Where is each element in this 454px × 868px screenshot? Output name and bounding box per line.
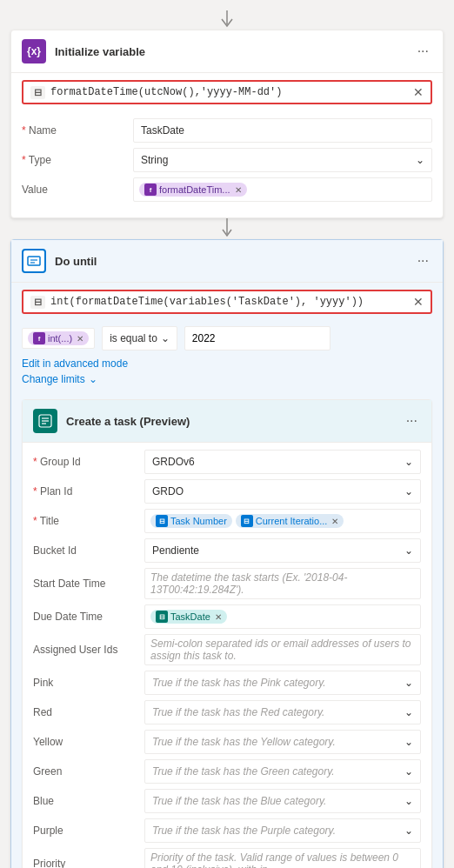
do-until-title: Do until	[55, 255, 405, 268]
group-id-label: Group Id	[33, 456, 137, 468]
init-var-actions: ···	[414, 42, 432, 61]
init-var-name-input[interactable]	[133, 118, 432, 143]
start-dt-field[interactable]: The datetime the task starts (Ex. '2018-…	[144, 568, 421, 599]
bucket-id-label: Bucket Id	[33, 544, 137, 557]
init-var-value-token-field[interactable]: f formatDateTim... ✕	[133, 177, 432, 202]
chevron-down-icon: ⌄	[416, 154, 424, 166]
do-until-dots[interactable]: ···	[414, 251, 432, 270]
init-var-name-row: Name	[22, 118, 432, 143]
bucket-id-dropdown[interactable]: Pendiente ⌄	[144, 538, 421, 563]
yellow-dropdown[interactable]: True if the task has the Yellow category…	[144, 730, 421, 754]
blue-chevron: ⌄	[404, 795, 413, 807]
do-until-token: f int(...) ✕	[28, 331, 89, 345]
expr-icon: ⊟	[30, 86, 45, 99]
create-task-icon	[33, 409, 57, 433]
pink-dropdown[interactable]: True if the task has the Pink category. …	[144, 671, 421, 695]
priority-field[interactable]: Priority of the task. Valid range of val…	[144, 848, 421, 868]
group-id-chevron: ⌄	[404, 456, 413, 468]
pink-row: Pink True if the task has the Pink categ…	[33, 671, 421, 695]
svg-rect-1	[28, 257, 40, 265]
do-until-value-input[interactable]	[184, 326, 330, 351]
blue-row: Blue True if the task has the Blue categ…	[33, 789, 421, 813]
due-dt-token-close[interactable]: ✕	[215, 612, 222, 622]
green-placeholder: True if the task has the Green category.	[152, 765, 335, 778]
do-until-token-close[interactable]: ✕	[77, 334, 83, 344]
plan-id-chevron: ⌄	[404, 485, 413, 497]
init-var-type-dropdown[interactable]: String ⌄	[133, 148, 432, 172]
plan-id-row: Plan Id GRDO ⌄	[33, 479, 421, 504]
purple-row: Purple True if the task has the Purple c…	[33, 818, 421, 843]
init-var-expr-close[interactable]: ✕	[413, 85, 424, 99]
assigned-placeholder: Semi-colon separated ids or email addres…	[150, 638, 415, 662]
green-chevron: ⌄	[404, 765, 413, 778]
init-var-icon: {x}	[22, 39, 46, 63]
pink-placeholder: True if the task has the Pink category.	[152, 677, 326, 689]
do-until-icon	[22, 249, 46, 273]
due-dt-field[interactable]: ⊟ TaskDate ✕	[144, 604, 421, 629]
red-row: Red True if the task has the Red categor…	[33, 700, 421, 724]
do-until-token-label: int(...)	[48, 333, 72, 344]
pink-label: Pink	[33, 677, 137, 689]
change-limits-link[interactable]: Change limits ⌄	[11, 371, 443, 392]
do-until-equals-row: f int(...) ✕ is equal to ⌄	[11, 321, 443, 356]
start-dt-label: Start Date Time	[33, 578, 137, 590]
do-until-expr-close[interactable]: ✕	[413, 295, 424, 309]
do-until-expr-text: int(formatDateTime(variables('TaskDate')…	[50, 296, 408, 308]
do-until-token-fx-icon: f	[33, 332, 45, 344]
due-dt-row: Due Date Time ⊟ TaskDate ✕	[33, 604, 421, 629]
title-token-field[interactable]: ⊟ Task Number ⊟ Current Iteratio... ✕	[144, 509, 421, 533]
plan-id-dropdown[interactable]: GRDO ⌄	[144, 479, 421, 504]
do-until-card: Do until ··· ⊟ int(formatDateTime(variab…	[10, 239, 444, 868]
yellow-chevron: ⌄	[404, 736, 413, 748]
title-token-1-label: Task Number	[170, 516, 227, 526]
init-var-title: Initialize variable	[55, 45, 405, 58]
blue-label: Blue	[33, 795, 137, 807]
init-var-type-row: Type String ⌄	[22, 148, 432, 172]
title-token-2: ⊟ Current Iteratio... ✕	[236, 514, 344, 528]
do-until-expr-bar[interactable]: ⊟ int(formatDateTime(variables('TaskDate…	[22, 290, 432, 314]
edit-advanced-link[interactable]: Edit in advanced mode	[11, 356, 443, 371]
create-task-inner-card: Create a task (Preview) ··· Group Id GRD…	[22, 399, 432, 868]
title-row: Title ⊟ Task Number ⊟ Current Iteratio..…	[33, 509, 421, 533]
init-var-token-close[interactable]: ✕	[235, 185, 242, 195]
yellow-label: Yellow	[33, 736, 137, 748]
blue-placeholder: True if the task has the Blue category.	[152, 795, 326, 807]
init-var-expr-bar[interactable]: ⊟ formatDateTime(utcNow(),'yyyy-MM-dd') …	[22, 80, 432, 104]
create-task-title: Create a task (Preview)	[66, 415, 394, 428]
green-dropdown[interactable]: True if the task has the Green category.…	[144, 759, 421, 784]
init-var-name-label: Name	[22, 124, 126, 137]
yellow-placeholder: True if the task has the Yellow category…	[152, 736, 336, 748]
purple-chevron: ⌄	[404, 825, 413, 837]
yellow-row: Yellow True if the task has the Yellow c…	[33, 730, 421, 754]
change-limits-label: Change limits	[22, 373, 85, 385]
red-dropdown[interactable]: True if the task has the Red category. ⌄	[144, 700, 421, 724]
init-var-value-row: Value f formatDateTim... ✕	[22, 177, 432, 202]
green-label: Green	[33, 765, 137, 778]
init-var-type-label: Type	[22, 154, 126, 166]
do-until-token-wrap[interactable]: f int(...) ✕	[22, 328, 95, 349]
priority-row: Priority Priority of the task. Valid ran…	[33, 848, 421, 868]
create-task-body: Group Id GRDOv6 ⌄ Plan Id GRDO ⌄ T	[23, 443, 431, 868]
top-arrow	[10, 9, 444, 30]
init-var-dots[interactable]: ···	[414, 42, 432, 61]
init-var-token-label: formatDateTim...	[159, 184, 230, 195]
due-dt-token-label: TaskDate	[170, 611, 210, 622]
bucket-id-chevron: ⌄	[404, 544, 413, 557]
group-id-dropdown[interactable]: GRDOv6 ⌄	[144, 450, 421, 474]
due-dt-token-icon: ⊟	[156, 611, 168, 623]
purple-label: Purple	[33, 825, 137, 837]
init-var-value-token: f formatDateTim... ✕	[139, 183, 247, 197]
due-dt-token: ⊟ TaskDate ✕	[150, 610, 227, 624]
assigned-label: Assigned User Ids	[33, 644, 137, 656]
purple-dropdown[interactable]: True if the task has the Purple category…	[144, 818, 421, 843]
blue-dropdown[interactable]: True if the task has the Blue category. …	[144, 789, 421, 813]
create-task-dots[interactable]: ···	[403, 411, 421, 431]
token-fx-icon: f	[144, 184, 157, 196]
init-var-expr-text: formatDateTime(utcNow(),'yyyy-MM-dd')	[50, 86, 408, 98]
init-var-body: Name Type String ⌄ Value f formatDateTim…	[11, 111, 443, 217]
do-until-operator-dropdown[interactable]: is equal to ⌄	[102, 326, 177, 351]
title-token-2-close[interactable]: ✕	[331, 517, 338, 526]
assigned-field[interactable]: Semi-colon separated ids or email addres…	[144, 634, 421, 665]
change-limits-chevron: ⌄	[89, 373, 97, 385]
do-until-actions: ···	[414, 251, 432, 270]
